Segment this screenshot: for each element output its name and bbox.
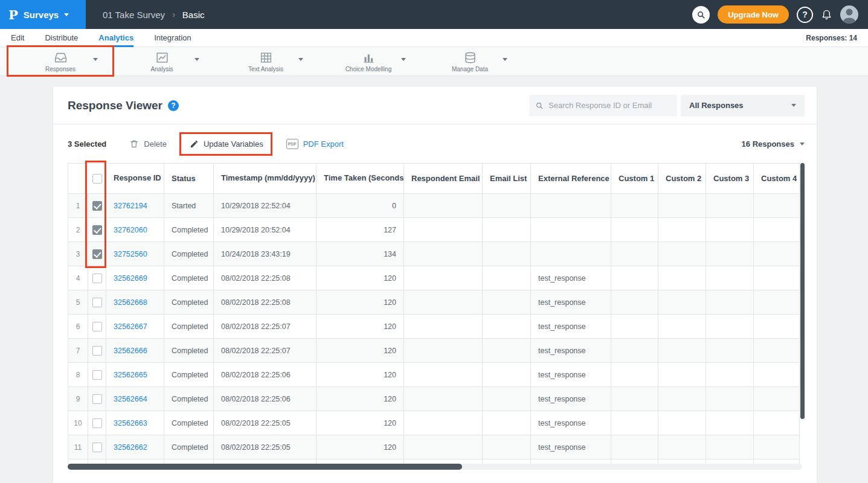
tab-analytics[interactable]: Analytics — [98, 29, 133, 47]
toolbar-label: Text Analysis — [248, 66, 283, 72]
time-taken-cell: 127 — [317, 218, 404, 242]
custom-1-cell — [611, 411, 658, 435]
row-checkbox[interactable] — [92, 298, 102, 307]
row-checkbox[interactable] — [92, 346, 102, 356]
status-cell: Completed — [164, 218, 214, 242]
user-avatar[interactable] — [840, 5, 858, 24]
response-filter-dropdown[interactable]: All Responses — [681, 95, 805, 117]
tab-distribute[interactable]: Distribute — [45, 29, 78, 47]
toolbar-item-text-analysis[interactable]: Text Analysis — [214, 47, 318, 76]
custom-1-cell — [611, 242, 658, 266]
toolbar-item-choice-modelling[interactable]: Choice Modelling — [317, 47, 420, 76]
response-id-link[interactable]: 32562662 — [114, 443, 147, 452]
column-status: Status — [164, 164, 214, 194]
delete-button[interactable]: Delete — [129, 139, 167, 149]
row-checkbox[interactable] — [92, 418, 102, 428]
chevron-down-icon[interactable] — [298, 58, 303, 61]
chevron-down-icon[interactable] — [503, 58, 507, 61]
external-reference-cell: test_response — [531, 266, 611, 290]
custom-1-cell — [611, 218, 658, 242]
vertical-scrollbar-thumb[interactable] — [800, 163, 805, 419]
email-list-cell — [483, 411, 531, 435]
custom-3-cell — [706, 315, 754, 339]
custom-4-cell — [754, 387, 800, 411]
response-id-link[interactable]: 32562669 — [114, 274, 147, 283]
row-number: 6 — [68, 315, 88, 339]
custom-3-cell — [706, 242, 754, 266]
toolbar-item-responses[interactable]: Responses — [8, 47, 112, 76]
chevron-down-icon[interactable] — [194, 58, 199, 61]
tab-integration[interactable]: Integration — [154, 29, 191, 47]
surveys-product-menu[interactable]: P Surveys — [0, 0, 86, 29]
response-id-link[interactable]: 32562666 — [114, 347, 147, 355]
email-list-cell — [483, 266, 531, 290]
notifications-bell-icon[interactable] — [821, 9, 832, 21]
table-row: 7 32562666 Completed 08/02/2018 22:25:07… — [68, 339, 800, 363]
column-timestamp[interactable]: Timestamp (mm/dd/yyyy) — [214, 164, 317, 194]
toolbar-item-analysis[interactable]: Analysis — [110, 47, 214, 76]
row-checkbox[interactable] — [92, 273, 102, 283]
status-cell: Completed — [164, 435, 214, 459]
chevron-down-icon[interactable] — [401, 58, 406, 61]
email-list-cell — [483, 363, 531, 387]
column-label: Response ID — [114, 173, 161, 182]
column-custom-4: Custom 4 — [754, 164, 800, 194]
row-checkbox[interactable] — [92, 249, 102, 259]
select-all-checkbox[interactable] — [92, 174, 102, 184]
delete-label: Delete — [144, 139, 167, 149]
external-reference-cell: test_response — [531, 363, 611, 387]
respondent-email-cell — [404, 363, 483, 387]
table-row: 8 32562665 Completed 08/02/2018 22:25:06… — [68, 363, 800, 387]
upgrade-now-button[interactable]: Upgrade Now — [718, 5, 789, 24]
custom-4-cell — [754, 290, 800, 315]
timestamp-cell: 08/02/2018 22:25:06 — [214, 363, 317, 387]
response-id-cell: 32752560 — [106, 242, 164, 266]
chevron-down-icon — [800, 142, 805, 146]
timestamp-cell: 08/02/2018 22:25:05 — [214, 435, 317, 459]
row-checkbox[interactable] — [92, 322, 102, 331]
response-id-link[interactable]: 32562663 — [114, 419, 147, 427]
column-time-taken[interactable]: Time Taken (Seconds) — [317, 164, 404, 194]
response-id-link[interactable]: 32562668 — [114, 298, 147, 307]
custom-2-cell — [658, 194, 706, 218]
timestamp-cell: 08/02/2018 22:25:05 — [214, 411, 317, 435]
update-variables-button[interactable]: Update Variables — [190, 139, 263, 149]
time-taken-cell: 0 — [317, 194, 404, 218]
help-icon[interactable]: ? — [797, 7, 813, 23]
row-checkbox-cell — [88, 315, 106, 339]
row-checkbox[interactable] — [92, 394, 102, 404]
response-search-input[interactable] — [548, 101, 671, 110]
chevron-down-icon[interactable] — [93, 58, 98, 61]
search-icon[interactable] — [692, 6, 710, 24]
response-id-cell: 32762194 — [106, 194, 164, 218]
title-help-icon[interactable]: ? — [168, 100, 179, 111]
response-id-link[interactable]: 32562665 — [114, 371, 147, 379]
row-checkbox[interactable] — [92, 225, 102, 235]
respondent-email-cell — [404, 242, 483, 266]
respondent-email-cell — [404, 459, 483, 464]
row-checkbox[interactable] — [92, 201, 102, 211]
response-id-link[interactable]: 32562667 — [114, 322, 147, 331]
responses-count-dropdown[interactable]: 16 Responses — [742, 139, 805, 149]
row-checkbox[interactable] — [92, 443, 102, 452]
response-id-link[interactable]: 32762060 — [114, 226, 147, 234]
chevron-down-icon — [64, 13, 69, 16]
response-id-cell: 32562661 — [106, 459, 164, 464]
tab-edit[interactable]: Edit — [11, 29, 24, 47]
custom-3-cell — [706, 411, 754, 435]
response-id-link[interactable]: 32762194 — [114, 202, 147, 210]
row-checkbox[interactable] — [92, 370, 102, 380]
horizontal-scrollbar-thumb[interactable] — [68, 464, 462, 470]
status-cell: Completed — [164, 242, 214, 266]
breadcrumb-survey-name[interactable]: 01 Take Survey — [103, 10, 165, 20]
status-cell: Completed — [164, 266, 214, 290]
custom-3-cell — [706, 266, 754, 290]
toolbar-item-manage-data[interactable]: Manage Data — [418, 47, 522, 76]
response-id-link[interactable]: 32752560 — [114, 250, 147, 258]
custom-1-cell — [611, 290, 658, 315]
column-response-id[interactable]: Response ID — [106, 164, 164, 194]
pdf-export-button[interactable]: PDF PDF Export — [286, 139, 344, 149]
response-id-link[interactable]: 32562664 — [114, 395, 147, 403]
custom-2-cell — [658, 339, 706, 363]
custom-2-cell — [658, 411, 706, 435]
